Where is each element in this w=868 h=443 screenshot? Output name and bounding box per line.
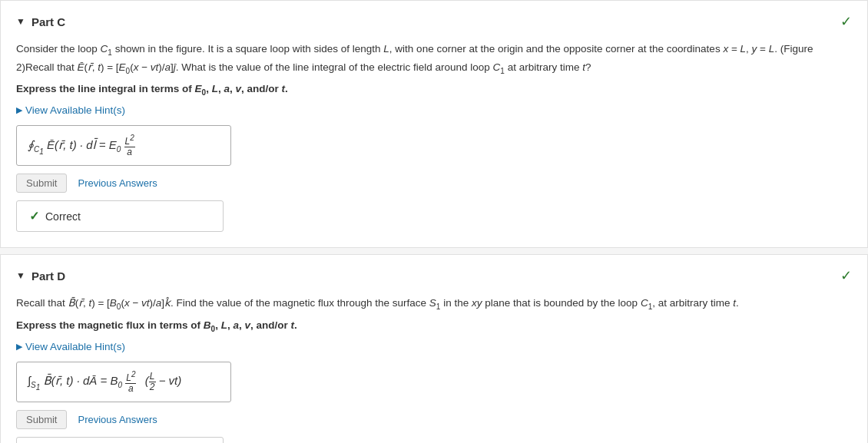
part-c-section: ▼ Part C ✓ Consider the loop C1 shown in… [0, 0, 868, 248]
part-d-formula: ∫S1 B̄(r̄, t) · dĀ = B0 L2 a ( L 2 − vt) [28, 374, 181, 387]
part-c-previous-answers-link[interactable]: Previous Answers [78, 177, 157, 189]
part-d-toggle[interactable]: ▼ [16, 270, 25, 281]
part-c-fraction: L2 a [124, 134, 135, 157]
part-d-actions: Submit Previous Answers [16, 410, 852, 429]
part-c-correct-label: Correct [45, 210, 81, 223]
part-d-previous-answers-link[interactable]: Previous Answers [78, 414, 157, 425]
part-d-hint-link[interactable]: ▶ View Available Hint(s) [16, 341, 852, 352]
part-c-express-text: Express the line integral in terms of E0… [16, 83, 852, 97]
part-d-section: ▼ Part D ✓ Recall that B̄(r̄, t) = [B0(x… [0, 254, 868, 443]
part-d-header: ▼ Part D ✓ [16, 267, 852, 284]
part-c-submit-button[interactable]: Submit [16, 174, 67, 193]
part-d-fraction-1: L2 a [125, 370, 136, 394]
part-d-answer-box: ∫S1 B̄(r̄, t) · dĀ = B0 L2 a ( L 2 − vt) [16, 362, 231, 402]
part-c-formula: ∮C1 Ē(r̄, t) · dl̄ = E0 L2 a [28, 138, 135, 151]
part-d-header-left: ▼ Part D [16, 269, 65, 283]
part-c-correct-box: ✓ Correct [16, 200, 224, 232]
part-c-problem-text: Consider the loop C1 shown in the figure… [16, 41, 852, 77]
part-d-hint-label: View Available Hint(s) [25, 341, 125, 352]
part-d-problem-text: Recall that B̄(r̄, t) = [B0(x − vt)/a]k̂… [16, 295, 852, 313]
part-d-correct-box: ✓ Correct [16, 437, 224, 443]
part-c-header-left: ▼ Part C [16, 15, 65, 28]
part-c-hint-link[interactable]: ▶ View Available Hint(s) [16, 104, 852, 116]
part-d-hint-arrow: ▶ [16, 342, 22, 352]
part-c-label: Part C [31, 15, 65, 28]
part-d-express-text: Express the magnetic flux in terms of B0… [16, 319, 852, 333]
part-c-toggle[interactable]: ▼ [16, 16, 25, 27]
part-d-label: Part D [31, 269, 65, 283]
part-c-hint-arrow: ▶ [16, 105, 22, 115]
part-c-header: ▼ Part C ✓ [16, 13, 852, 30]
part-c-actions: Submit Previous Answers [16, 174, 852, 193]
part-d-check-icon: ✓ [840, 267, 852, 284]
part-c-hint-label: View Available Hint(s) [25, 104, 125, 116]
part-d-fraction-2: L 2 [149, 372, 156, 392]
part-c-answer-box: ∮C1 Ē(r̄, t) · dl̄ = E0 L2 a [16, 125, 231, 166]
page-container: ▼ Part C ✓ Consider the loop C1 shown in… [0, 0, 868, 443]
part-c-correct-check-icon: ✓ [29, 209, 39, 223]
part-d-submit-button[interactable]: Submit [16, 410, 67, 429]
part-c-check-icon: ✓ [840, 13, 852, 30]
